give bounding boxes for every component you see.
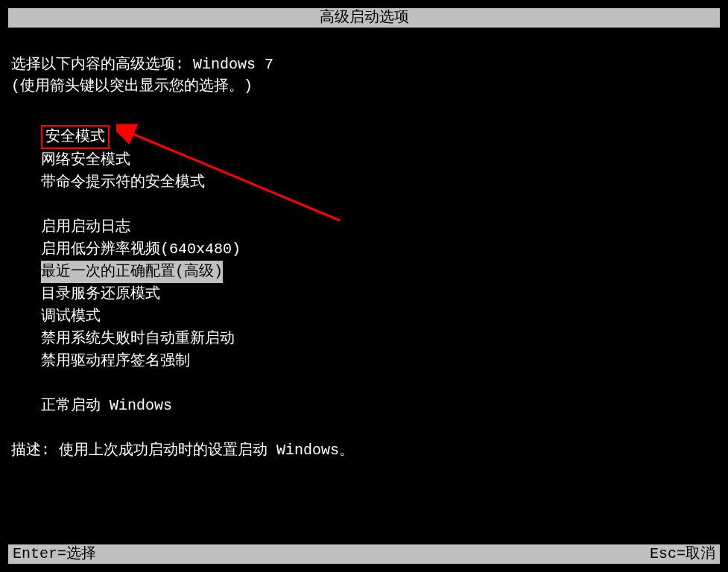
option-disable-auto-restart[interactable]: 禁用系统失败时自动重新启动: [41, 328, 235, 350]
footer-enter: Enter=选择: [13, 544, 96, 564]
option-ds-restore-mode[interactable]: 目录服务还原模式: [41, 283, 160, 305]
option-low-res-video[interactable]: 启用低分辨率视频(640x480): [41, 238, 241, 261]
description-label: 描述:: [11, 442, 59, 459]
option-debugging-mode[interactable]: 调试模式: [41, 305, 101, 328]
boot-options: 安全模式 网络安全模式 带命令提示符的安全模式 启用启动日志 启用低分辨率视频(…: [11, 125, 717, 417]
option-safe-mode[interactable]: 安全模式: [41, 125, 110, 149]
description: 描述: 使用上次成功启动时的设置启动 Windows。: [11, 439, 717, 460]
option-last-known-good[interactable]: 最近一次的正确配置(高级): [41, 261, 223, 283]
title-bar: 高级启动选项: [8, 8, 720, 28]
option-boot-logging[interactable]: 启用启动日志: [41, 216, 130, 238]
content-area: 选择以下内容的高级选项: Windows 7 (使用箭头键以突出显示您的选择。)…: [1, 28, 727, 460]
hint-line: (使用箭头键以突出显示您的选择。): [11, 75, 717, 95]
hint-text: (使用箭头键以突出显示您的选择。): [11, 77, 253, 95]
option-disable-driver-signature[interactable]: 禁用驱动程序签名强制: [41, 350, 190, 372]
footer-bar: Enter=选择 Esc=取消: [8, 544, 720, 564]
os-name: Windows 7: [193, 56, 273, 73]
prompt-prefix: 选择以下内容的高级选项:: [11, 56, 193, 73]
option-safe-mode-cmd[interactable]: 带命令提示符的安全模式: [41, 171, 205, 194]
footer-esc: Esc=取消: [650, 544, 715, 564]
title-text: 高级启动选项: [320, 9, 409, 26]
option-safe-mode-network[interactable]: 网络安全模式: [41, 149, 130, 171]
prompt-line: 选择以下内容的高级选项: Windows 7: [11, 54, 717, 74]
description-text: 使用上次成功启动时的设置启动 Windows。: [59, 442, 354, 459]
option-start-windows-normally[interactable]: 正常启动 Windows: [41, 395, 172, 417]
